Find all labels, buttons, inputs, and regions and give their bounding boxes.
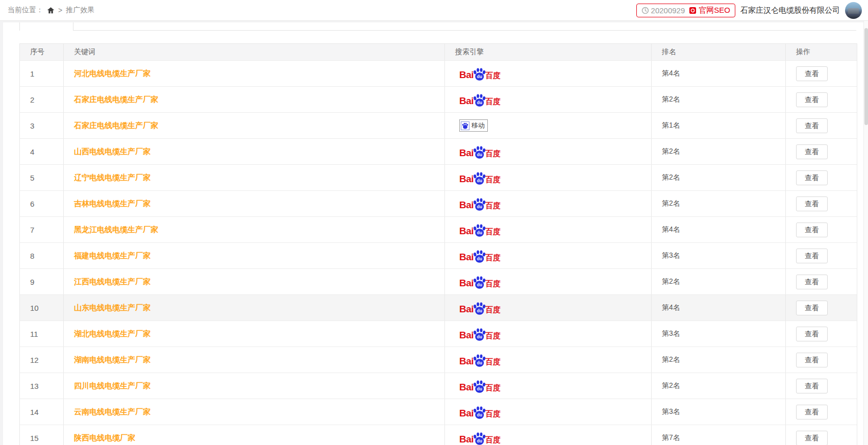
rank-text: 第2名 (662, 277, 680, 286)
baidu-paw-icon: du (473, 67, 486, 81)
company-name: 石家庄汉仑电缆股份有限公司 (740, 6, 840, 15)
tabbar-bottom-border (73, 30, 856, 31)
baidu-logo-cn: 百度 (485, 202, 501, 209)
rank-text: 第2名 (662, 147, 680, 156)
home-icon[interactable] (47, 7, 55, 14)
baidu-logo: Bai du 百度 (459, 406, 501, 418)
keyword-link[interactable]: 山西电线电缆生产厂家 (74, 147, 151, 157)
baidu-logo: Bai du 百度 (459, 67, 501, 80)
engine-cell: Bai du 百度 (444, 269, 651, 294)
row-index: 6 (30, 200, 34, 208)
view-button[interactable]: 查看 (796, 405, 828, 419)
scrollbar-thumb[interactable] (864, 28, 868, 125)
rank-text: 第2名 (662, 173, 680, 182)
row-index: 5 (30, 174, 34, 182)
keyword-link[interactable]: 云南电线电缆生产厂家 (74, 407, 151, 417)
keyword-link[interactable]: 陕西电线电缆厂家 (74, 433, 135, 443)
header-rank: 排名 (651, 44, 785, 60)
baidu-logo-bai: Bai (459, 148, 474, 158)
keyword-link[interactable]: 山东电线电缆生产厂家 (74, 303, 151, 313)
baidu-logo-cn: 百度 (485, 306, 501, 313)
view-button[interactable]: 查看 (796, 196, 828, 211)
badge-date: 20200929 (651, 6, 685, 15)
rank-text: 第7名 (662, 433, 680, 442)
baidu-logo: Bai du 百度 (459, 224, 501, 236)
baidu-logo-du: du (477, 74, 482, 79)
keyword-link[interactable]: 石家庄电线电缆生产厂家 (74, 95, 158, 105)
table-row: 9 江西电线电缆生产厂家 Bai du 百度 第2名 查看 (20, 268, 857, 294)
view-button[interactable]: 查看 (796, 301, 828, 315)
table-row: 11 湖北电线电缆生产厂家 Bai du 百度 第3名 查看 (20, 320, 857, 347)
view-button[interactable]: 查看 (796, 170, 828, 185)
view-button[interactable]: 查看 (796, 379, 828, 393)
keyword-link[interactable]: 石家庄电线电缆生产厂家 (74, 121, 158, 131)
view-button[interactable]: 查看 (796, 118, 828, 133)
baidu-logo-cn: 百度 (485, 358, 501, 365)
view-button[interactable]: 查看 (796, 66, 828, 81)
keyword-link[interactable]: 江西电线电缆生产厂家 (74, 277, 151, 287)
rank-text: 第3名 (662, 329, 680, 338)
baidu-logo-bai: Bai (459, 200, 474, 210)
header-engine: 搜索引擎 (444, 44, 651, 60)
table-row: 1 河北电线电缆生产厂家 Bai du 百度 第4名 查看 (20, 60, 857, 86)
scrollbar[interactable] (863, 21, 868, 445)
keyword-link[interactable]: 辽宁电线电缆生产厂家 (74, 173, 151, 183)
row-index: 15 (30, 434, 39, 442)
baidu-paw-icon: du (473, 171, 486, 185)
engine-cell: Bai du 百度 (444, 321, 651, 347)
engine-cell: Bai du 百度 (444, 139, 651, 164)
row-index: 11 (30, 330, 38, 338)
view-button[interactable]: 查看 (796, 353, 828, 367)
row-index: 1 (30, 69, 34, 78)
table-header-row: 序号 关键词 搜索引擎 排名 操作 (20, 44, 857, 60)
baidu-paw-icon: du (473, 354, 486, 367)
baidu-logo-du: du (477, 334, 482, 339)
baidu-logo-du: du (477, 256, 482, 261)
keyword-link[interactable]: 四川电线电缆生产厂家 (74, 381, 151, 391)
paw-favicon-icon (461, 121, 469, 130)
baidu-logo-du: du (477, 230, 482, 235)
table-row: 14 云南电线电缆生产厂家 Bai du 百度 第3名 查看 (20, 399, 857, 425)
avatar[interactable] (845, 2, 862, 19)
baidu-logo: Bai du 百度 (459, 328, 501, 340)
row-index: 4 (30, 147, 34, 156)
keyword-link[interactable]: 湖北电线电缆生产厂家 (74, 329, 151, 339)
view-button[interactable]: 查看 (796, 327, 828, 341)
baidu-logo-cn: 百度 (485, 384, 501, 391)
baidu-logo-cn: 百度 (485, 97, 501, 105)
baidu-logo-cn: 百度 (485, 280, 501, 287)
keyword-link[interactable]: 黑龙江电线电缆生产厂家 (74, 225, 158, 235)
rank-text: 第2名 (662, 199, 680, 208)
view-button[interactable]: 查看 (796, 249, 828, 263)
baidu-logo: Bai du 百度 (459, 380, 501, 392)
badge-tag: 官网SEO (699, 6, 730, 15)
keyword-link[interactable]: 湖南电线电缆生产厂家 (74, 355, 151, 365)
mobile-alt-text: 移动 (472, 121, 485, 130)
baidu-logo: Bai du 百度 (459, 250, 501, 262)
baidu-paw-icon: du (473, 432, 486, 445)
baidu-logo-bai: Bai (459, 96, 474, 106)
baidu-logo-cn: 百度 (485, 254, 501, 261)
baidu-logo: Bai du 百度 (459, 432, 501, 444)
tab-border-right (73, 22, 73, 31)
content-panel: 序号 关键词 搜索引擎 排名 操作 1 河北电线电缆生产厂家 Bai du 百度… (3, 22, 868, 445)
keyword-link[interactable]: 福建电线电缆生产厂家 (74, 251, 151, 261)
baidu-logo-du: du (477, 204, 482, 209)
view-button[interactable]: 查看 (796, 222, 828, 237)
view-button[interactable]: 查看 (796, 144, 828, 159)
view-button[interactable]: 查看 (796, 275, 828, 289)
view-button[interactable]: 查看 (796, 92, 828, 107)
keyword-link[interactable]: 河北电线电缆生产厂家 (74, 69, 151, 79)
baidu-paw-icon: du (473, 276, 486, 289)
baidu-logo-du: du (477, 100, 482, 105)
baidu-logo-cn: 百度 (485, 71, 501, 79)
row-index: 10 (30, 304, 39, 312)
clock-icon (641, 7, 649, 14)
rank-text: 第1名 (662, 121, 680, 130)
baidu-paw-icon: du (473, 93, 486, 107)
table-row: 15 陕西电线电缆厂家 Bai du 百度 第7名 查看 (20, 425, 857, 445)
baidu-paw-icon: du (473, 380, 486, 393)
baidu-logo: Bai du 百度 (459, 93, 501, 106)
keyword-link[interactable]: 吉林电线电缆生产厂家 (74, 199, 151, 209)
view-button[interactable]: 查看 (796, 431, 828, 445)
